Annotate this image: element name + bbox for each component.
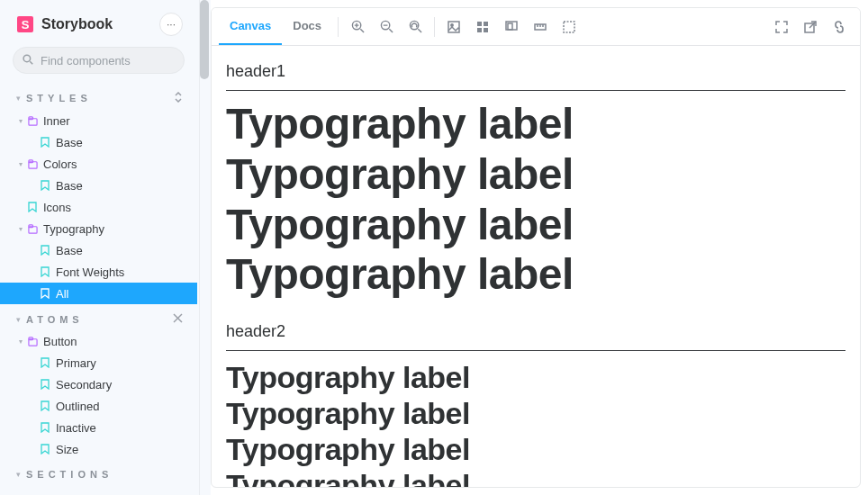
story-item[interactable]: Base <box>0 175 197 196</box>
section-label: ATOMS <box>26 314 84 325</box>
toolbar-divider <box>434 17 435 37</box>
tree-item-label: Secondary <box>56 378 190 392</box>
expand-collapse-icon[interactable] <box>174 92 183 104</box>
bookmark-icon <box>40 266 50 277</box>
bookmark-icon <box>40 379 50 390</box>
sidebar-scrollbar[interactable] <box>200 0 211 495</box>
outline-icon[interactable] <box>556 14 583 40</box>
divider <box>226 90 845 91</box>
tree-item-label: Typography <box>43 222 190 236</box>
story-item[interactable]: Icons <box>0 196 197 218</box>
story-item[interactable]: All <box>0 283 197 304</box>
chevron-down-icon: ▾ <box>16 94 21 103</box>
fullscreen-icon[interactable] <box>768 14 795 40</box>
viewport-icon[interactable] <box>498 14 525 40</box>
search-input[interactable] <box>39 53 194 68</box>
tree-item-label: Icons <box>43 201 190 214</box>
grid-icon[interactable] <box>469 14 496 40</box>
typography-sample: Typography label <box>226 250 845 299</box>
tree-item-label: Outlined <box>56 400 190 413</box>
typography-sample: Typography label <box>226 432 845 466</box>
story-item[interactable]: Base <box>0 131 197 153</box>
chevron-down-icon: ▾ <box>16 225 25 233</box>
svg-rect-25 <box>477 22 482 26</box>
chevron-down-icon: ▾ <box>16 470 21 479</box>
tree-item-label: Font Weights <box>56 266 190 279</box>
open-external-icon[interactable] <box>797 14 824 40</box>
tree-item-label: Button <box>43 335 190 348</box>
svg-point-2 <box>23 55 31 62</box>
folder-item[interactable]: ▾Colors <box>0 153 197 175</box>
chevron-down-icon: ▾ <box>16 315 21 324</box>
storybook-logo: S <box>16 15 34 33</box>
chevron-down-icon: ▾ <box>16 338 25 346</box>
collapse-all-icon[interactable] <box>173 313 183 325</box>
tree-item-label: All <box>56 287 190 301</box>
section-label: SECTIONS <box>26 469 113 480</box>
svg-line-3 <box>30 61 32 64</box>
component-icon <box>27 158 38 169</box>
story-item[interactable]: Primary <box>0 352 197 374</box>
link-icon[interactable] <box>826 14 853 40</box>
svg-text:S: S <box>22 18 30 32</box>
story-item[interactable]: Size <box>0 438 197 460</box>
group-heading: header2 <box>226 322 845 341</box>
background-icon[interactable] <box>440 14 467 40</box>
folder-item[interactable]: ▾Button <box>0 330 197 352</box>
section-label: STYLES <box>26 93 92 104</box>
svg-rect-23 <box>448 22 459 32</box>
measure-icon[interactable] <box>527 14 554 40</box>
bookmark-icon <box>40 288 50 299</box>
svg-line-22 <box>418 29 421 32</box>
svg-line-15 <box>360 29 364 32</box>
bookmark-icon <box>40 444 50 454</box>
chevron-down-icon: ▾ <box>16 117 25 125</box>
typography-sample: Typography label <box>226 360 845 394</box>
svg-rect-30 <box>508 23 512 30</box>
bookmark-icon <box>40 422 50 433</box>
divider <box>226 350 845 351</box>
section-head-styles[interactable]: ▾ STYLES <box>0 83 197 110</box>
tree-item-label: Base <box>56 244 190 257</box>
tree-item-label: Size <box>56 443 190 456</box>
zoom-reset-icon[interactable] <box>402 14 429 40</box>
component-icon <box>27 336 38 346</box>
brand-title: Storybook <box>41 16 113 32</box>
story-item[interactable]: Base <box>0 239 197 261</box>
toolbar-divider <box>338 17 339 37</box>
typography-sample: Typography label <box>226 100 845 148</box>
bookmark-icon <box>40 400 50 411</box>
tree-item-label: Primary <box>56 356 190 370</box>
svg-point-24 <box>451 23 453 25</box>
svg-rect-35 <box>564 22 574 32</box>
folder-item[interactable]: ▾Inner <box>0 110 197 131</box>
chevron-down-icon: ▾ <box>16 160 25 168</box>
tree-item-label: Inner <box>43 114 190 128</box>
typography-sample: Typography label <box>226 396 845 430</box>
typography-sample: Typography label <box>226 468 845 487</box>
svg-rect-28 <box>484 28 488 32</box>
tab-canvas[interactable]: Canvas <box>219 8 282 45</box>
story-item[interactable]: Inactive <box>0 417 197 438</box>
zoom-out-icon[interactable] <box>373 14 400 40</box>
tab-docs[interactable]: Docs <box>282 8 332 45</box>
component-icon <box>27 223 38 234</box>
component-icon <box>27 115 38 126</box>
section-head-atoms[interactable]: ▾ ATOMS <box>0 304 197 330</box>
bookmark-icon <box>40 180 50 191</box>
sidebar-menu-button[interactable]: ··· <box>159 13 183 36</box>
search-input-wrapper[interactable]: / <box>13 47 185 74</box>
section-head-sections[interactable]: ▾ SECTIONS <box>0 460 197 485</box>
svg-line-19 <box>389 29 393 32</box>
story-item[interactable]: Outlined <box>0 395 197 417</box>
group-heading: header1 <box>226 62 845 81</box>
search-icon <box>23 52 33 68</box>
story-item[interactable]: Secondary <box>0 374 197 395</box>
svg-rect-26 <box>484 22 488 26</box>
story-item[interactable]: Font Weights <box>0 261 197 283</box>
typography-sample: Typography label <box>226 201 845 249</box>
folder-item[interactable]: ▾Typography <box>0 218 197 239</box>
zoom-in-icon[interactable] <box>344 14 371 40</box>
tree-item-label: Base <box>56 179 190 193</box>
bookmark-icon <box>40 245 50 256</box>
